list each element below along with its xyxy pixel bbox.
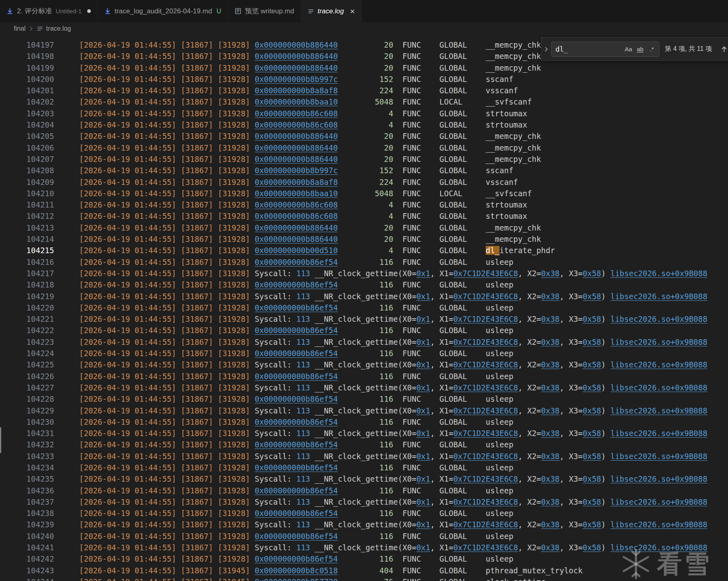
log-line[interactable]: 104210[2026-04-19 01:44:55] [31867] [319…	[0, 188, 728, 199]
line-number[interactable]: 104215	[0, 245, 54, 256]
log-line[interactable]: 104213[2026-04-19 01:44:55] [31867] [319…	[0, 222, 728, 233]
log-line[interactable]: 104208[2026-04-19 01:44:55] [31867] [319…	[0, 165, 728, 176]
log-line[interactable]: 104207[2026-04-19 01:44:55] [31867] [319…	[0, 153, 728, 165]
line-number[interactable]: 104197	[0, 39, 54, 50]
log-line[interactable]: 104221[2026-04-19 01:44:55] [31867] [319…	[0, 313, 728, 325]
log-line[interactable]: 104241[2026-04-19 01:44:55] [31867] [319…	[0, 542, 728, 553]
log-line[interactable]: 104205[2026-04-19 01:44:55] [31867] [319…	[0, 130, 728, 142]
log-line[interactable]: 104233[2026-04-19 01:44:55] [31867] [319…	[0, 451, 728, 462]
log-line[interactable]: 104200[2026-04-19 01:44:55] [31867] [319…	[0, 73, 728, 85]
line-number[interactable]: 104209	[0, 176, 54, 188]
log-line[interactable]: 104234[2026-04-19 01:44:55] [31867] [319…	[0, 462, 728, 473]
breadcrumb-file[interactable]: trace.log	[46, 25, 71, 32]
line-number[interactable]: 104199	[0, 62, 54, 73]
log-line[interactable]: 104203[2026-04-19 01:44:55] [31867] [319…	[0, 108, 728, 119]
log-line[interactable]: 104239[2026-04-19 01:44:55] [31867] [319…	[0, 519, 728, 530]
line-number[interactable]: 104236	[0, 485, 54, 496]
log-line[interactable]: 104214[2026-04-19 01:44:55] [31867] [319…	[0, 233, 728, 245]
log-line[interactable]: 104209[2026-04-19 01:44:55] [31867] [319…	[0, 176, 728, 188]
log-line[interactable]: 104230[2026-04-19 01:44:55] [31867] [319…	[0, 416, 728, 428]
line-number[interactable]: 104224	[0, 348, 54, 359]
log-line[interactable]: 104236[2026-04-19 01:44:55] [31867] [319…	[0, 485, 728, 496]
line-number[interactable]: 104234	[0, 462, 54, 473]
whole-word-toggle[interactable]: ab	[635, 44, 646, 55]
log-line[interactable]: 104225[2026-04-19 01:44:55] [31867] [319…	[0, 359, 728, 370]
line-number[interactable]: 104230	[0, 416, 54, 428]
log-line[interactable]: 104202[2026-04-19 01:44:55] [31867] [319…	[0, 96, 728, 107]
line-number[interactable]: 104235	[0, 473, 54, 485]
line-number[interactable]: 104204	[0, 119, 54, 130]
line-number[interactable]: 104205	[0, 130, 54, 142]
log-line[interactable]: 104222[2026-04-19 01:44:55] [31867] [319…	[0, 325, 728, 336]
line-number[interactable]: 104213	[0, 222, 54, 233]
line-number[interactable]: 104208	[0, 165, 54, 176]
line-number[interactable]: 104231	[0, 428, 54, 439]
log-line[interactable]: 104237[2026-04-19 01:44:55] [31867] [319…	[0, 496, 728, 508]
log-line[interactable]: 104223[2026-04-19 01:44:55] [31867] [319…	[0, 336, 728, 348]
find-expand-toggle[interactable]	[541, 38, 551, 61]
log-line[interactable]: 104226[2026-04-19 01:44:55] [31867] [319…	[0, 371, 728, 382]
log-line[interactable]: 104242[2026-04-19 01:44:55] [31867] [319…	[0, 553, 728, 564]
line-number[interactable]: 104227	[0, 382, 54, 393]
line-number[interactable]: 104211	[0, 199, 54, 210]
line-number[interactable]: 104242	[0, 553, 54, 564]
log-line[interactable]: 104243[2026-04-19 01:44:55] [31867] [319…	[0, 565, 728, 576]
editor-tab[interactable]: 预览 writeup.md	[228, 0, 301, 22]
line-number[interactable]: 104239	[0, 519, 54, 530]
line-number[interactable]: 104217	[0, 268, 54, 279]
line-number[interactable]: 104198	[0, 50, 54, 62]
log-line[interactable]: 104228[2026-04-19 01:44:55] [31867] [319…	[0, 393, 728, 405]
log-line[interactable]: 104211[2026-04-19 01:44:55] [31867] [319…	[0, 199, 728, 210]
line-number[interactable]: 104233	[0, 451, 54, 462]
line-number[interactable]: 104244	[0, 576, 54, 581]
line-number[interactable]: 104237	[0, 496, 54, 508]
close-icon[interactable]: ×	[350, 7, 355, 15]
log-line[interactable]: 104216[2026-04-19 01:44:55] [31867] [319…	[0, 256, 728, 268]
log-line[interactable]: 104199[2026-04-19 01:44:55] [31867] [319…	[0, 62, 728, 73]
line-number[interactable]: 104200	[0, 73, 54, 85]
line-number[interactable]: 104212	[0, 210, 54, 222]
log-line[interactable]: 104212[2026-04-19 01:44:55] [31867] [319…	[0, 210, 728, 222]
log-line[interactable]: 104218[2026-04-19 01:44:55] [31867] [319…	[0, 279, 728, 290]
log-line[interactable]: 104215[2026-04-19 01:44:55] [31867] [319…	[0, 245, 728, 256]
line-number[interactable]: 104201	[0, 85, 54, 96]
line-number[interactable]: 104206	[0, 142, 54, 153]
log-line[interactable]: 104235[2026-04-19 01:44:55] [31867] [319…	[0, 473, 728, 485]
line-number[interactable]: 104228	[0, 393, 54, 405]
regex-toggle[interactable]: .*	[646, 44, 657, 55]
line-number[interactable]: 104240	[0, 531, 54, 542]
line-number[interactable]: 104232	[0, 439, 54, 450]
line-number[interactable]: 104222	[0, 325, 54, 336]
log-line[interactable]: 104244[2026-04-19 01:44:55] [31867] [319…	[0, 576, 728, 581]
log-line[interactable]: 104240[2026-04-19 01:44:55] [31867] [319…	[0, 531, 728, 542]
log-line[interactable]: 104229[2026-04-19 01:44:55] [31867] [319…	[0, 405, 728, 416]
log-line[interactable]: 104206[2026-04-19 01:44:55] [31867] [319…	[0, 142, 728, 153]
line-number[interactable]: 104214	[0, 233, 54, 245]
editor-tab[interactable]: trace_log_audit_2026-04-19.mdU	[98, 0, 228, 22]
log-line[interactable]: 104238[2026-04-19 01:44:55] [31867] [319…	[0, 508, 728, 519]
line-number[interactable]: 104219	[0, 291, 54, 302]
line-number[interactable]: 104220	[0, 302, 54, 313]
line-number[interactable]: 104226	[0, 371, 54, 382]
line-number[interactable]: 104210	[0, 188, 54, 199]
breadcrumb-folder[interactable]: final	[14, 25, 25, 32]
match-case-toggle[interactable]: Aa	[623, 44, 634, 55]
log-line[interactable]: 104204[2026-04-19 01:44:55] [31867] [319…	[0, 119, 728, 130]
log-line[interactable]: 104224[2026-04-19 01:44:55] [31867] [319…	[0, 348, 728, 359]
line-number[interactable]: 104221	[0, 313, 54, 325]
log-line[interactable]: 104220[2026-04-19 01:44:55] [31867] [319…	[0, 302, 728, 313]
modified-dot-icon[interactable]	[87, 9, 91, 13]
log-line[interactable]: 104217[2026-04-19 01:44:55] [31867] [319…	[0, 268, 728, 279]
find-input[interactable]: dl_ Aa ab .*	[551, 42, 659, 57]
line-number[interactable]: 104216	[0, 256, 54, 268]
line-number[interactable]: 104243	[0, 565, 54, 576]
log-line[interactable]: 104201[2026-04-19 01:44:55] [31867] [319…	[0, 85, 728, 96]
editor-tab[interactable]: 2. 评分标准Untitled-1	[0, 0, 98, 22]
line-number[interactable]: 104218	[0, 279, 54, 290]
log-line[interactable]: 104232[2026-04-19 01:44:55] [31867] [319…	[0, 439, 728, 450]
line-number[interactable]: 104203	[0, 108, 54, 119]
log-line[interactable]: 104227[2026-04-19 01:44:55] [31867] [319…	[0, 382, 728, 393]
line-number[interactable]: 104225	[0, 359, 54, 370]
editor-tab[interactable]: trace.log×	[301, 0, 362, 22]
line-number[interactable]: 104202	[0, 96, 54, 107]
